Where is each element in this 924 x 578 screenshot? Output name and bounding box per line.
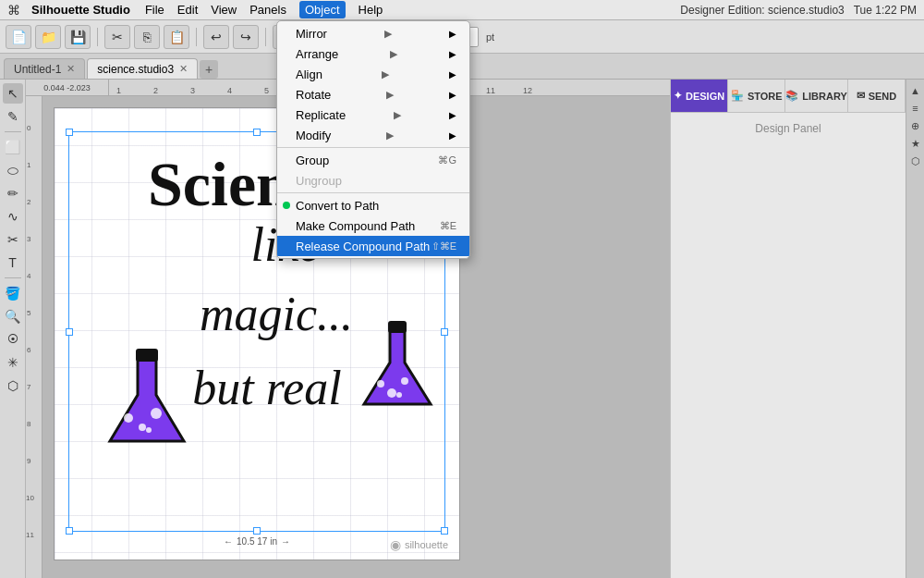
coords-display: 0.044 -2.023 [43,83,91,92]
right-tool-d[interactable]: ★ [908,136,923,151]
copy-button[interactable]: ⎘ [134,25,160,49]
send-tab-label: SEND [869,91,897,102]
menu-object[interactable]: Object [299,1,346,18]
tab-library[interactable]: 📚 LIBRARY [785,80,847,112]
menu-item-group[interactable]: Group ⌘G [277,150,469,170]
menu-item-make-compound[interactable]: Make Compound Path ⌘E [277,215,469,236]
left-toolbar: ↖ ✎ ⬜ ⬭ ✏ ∿ ✂ T 🪣 🔍 ⦿ ✳ ⬡ [0,80,26,578]
svg-rect-10 [388,321,407,333]
library-tab-icon: 📚 [785,90,798,102]
pattern-tool[interactable]: ✳ [3,352,23,373]
svg-text:but real: but real [192,362,341,414]
toolbar-separator-2 [196,28,197,46]
toolbar-separator-3 [265,28,266,46]
svg-point-12 [387,388,396,398]
menu-label-replicate: Replicate [296,108,346,122]
tab-close-untitled[interactable]: ✕ [67,63,75,75]
watermark: ◉ silhouette [390,537,448,552]
menu-arrow-arrange: ▶ [390,48,397,60]
menu-item-replicate[interactable]: Replicate ▶ [277,105,469,125]
tab-design[interactable]: ✦ DESIGN [671,80,728,112]
tab-add-button[interactable]: + [200,60,218,79]
cut-button[interactable]: ✂ [104,25,130,49]
save-button[interactable]: 💾 [65,25,91,49]
menu-arrow-mirror: ▶ [384,28,392,40]
pencil-tool[interactable]: ✏ [3,183,23,203]
right-tool-c[interactable]: ⊕ [908,118,923,133]
dim-arrow-right: → [281,536,290,547]
open-button[interactable]: 📁 [35,25,61,49]
svg-point-5 [139,424,146,431]
store-tab-label: STORE [748,91,783,102]
ellipse-tool[interactable]: ⬭ [3,160,23,180]
menubar-right: Designer Edition: science.studio3 Tue 1:… [680,4,917,17]
menu-item-convert[interactable]: Convert to Path [277,195,469,215]
ruler-label-2: 2 [153,86,158,95]
new-button[interactable]: 📄 [6,25,31,49]
text-tool[interactable]: T [3,252,23,273]
tab-send[interactable]: ✉ SEND [848,80,906,112]
svg-point-14 [396,392,402,398]
ruler-label-11: 11 [486,86,495,95]
paste-button[interactable]: 📋 [164,25,189,49]
rectangle-tool[interactable]: ⬜ [3,137,23,157]
curve-tool[interactable]: ∿ [3,206,23,227]
menu-help[interactable]: Help [359,3,383,17]
tools-separator-1 [5,131,21,132]
menu-item-align[interactable]: Align ▶ [277,64,469,84]
apple-logo-icon[interactable]: ⌘ [7,3,20,18]
polygon-tool[interactable]: ⬡ [3,375,23,396]
convert-dot-icon [283,202,290,209]
library-tab-label: LIBRARY [802,91,846,102]
right-tool-b[interactable]: ≡ [908,101,923,116]
ruler-label-v11: 11 [26,531,34,539]
menu-file[interactable]: File [145,3,164,17]
right-tool-e[interactable]: ⬡ [908,154,923,168]
menu-view[interactable]: View [211,3,237,17]
ruler-label-5: 5 [264,86,269,95]
ruler-label-v3: 3 [27,235,30,243]
menu-item-rotate[interactable]: Rotate ▶ [277,84,469,105]
zoom-tool[interactable]: 🔍 [3,306,23,326]
ruler-label-v10: 10 [26,494,34,502]
menu-item-release-compound[interactable]: Release Compound Path ⇧⌘E [277,236,469,256]
svg-point-4 [124,413,133,423]
design-tab-label: DESIGN [686,91,724,102]
toolbar-separator-1 [97,28,98,46]
ruler-label-4: 4 [227,86,232,95]
menu-item-arrange[interactable]: Arrange ▶ [277,43,469,64]
right-panel-content: Design Panel [671,113,906,578]
menu-edit[interactable]: Edit [177,3,198,17]
send-tab-icon: ✉ [857,90,865,102]
menu-label-align: Align [296,68,322,81]
menu-arrow-align: ▶ [382,68,389,80]
tools-separator-2 [5,277,21,278]
tab-science[interactable]: science.studio3 ✕ [87,58,198,79]
ruler-label-v2: 2 [27,198,30,206]
fill-tool[interactable]: 🪣 [3,283,23,303]
tab-close-science[interactable]: ✕ [179,63,188,75]
svg-rect-3 [136,349,158,362]
ruler-label-v5: 5 [27,309,30,317]
undo-button[interactable]: ↩ [203,25,229,49]
menu-item-ungroup[interactable]: Ungroup [277,170,469,191]
menu-item-modify[interactable]: Modify ▶ [277,125,469,145]
tab-untitled[interactable]: Untitled-1 ✕ [4,58,85,79]
ruler-label-1: 1 [116,86,121,95]
draw-tool[interactable]: ✎ [3,106,23,127]
node-tool[interactable]: ⦿ [3,329,23,350]
menu-section-3: Convert to Path Make Compound Path ⌘E Re… [277,193,469,258]
object-dropdown-menu: Mirror ▶ Arrange ▶ Align ▶ Rotate ▶ Repl… [276,20,470,259]
design-tab-icon: ✦ [674,90,682,102]
redo-button[interactable]: ↪ [233,25,259,49]
right-tool-a[interactable]: ▲ [908,83,923,98]
cut-tool[interactable]: ✂ [3,229,23,250]
tab-label-untitled: Untitled-1 [14,63,61,76]
select-tool[interactable]: ↖ [3,83,23,104]
menu-panels[interactable]: Panels [249,3,286,17]
menu-label-release-compound: Release Compound Path [296,240,430,253]
menu-label-arrange: Arrange [296,47,338,61]
tab-store[interactable]: 🏪 STORE [728,80,785,112]
ruler-label-v4: 4 [27,272,30,280]
menu-item-mirror[interactable]: Mirror ▶ [277,23,469,43]
